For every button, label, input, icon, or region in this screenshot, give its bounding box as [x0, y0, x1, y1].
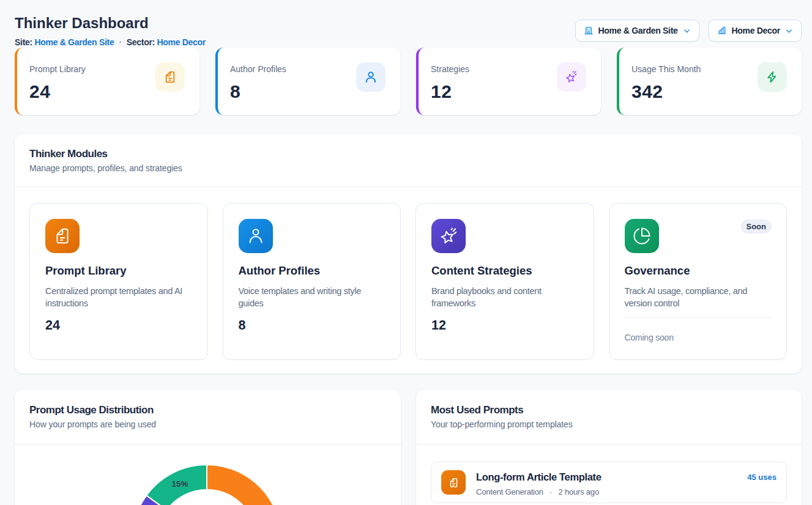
svg-text:15%: 15%	[171, 479, 188, 488]
